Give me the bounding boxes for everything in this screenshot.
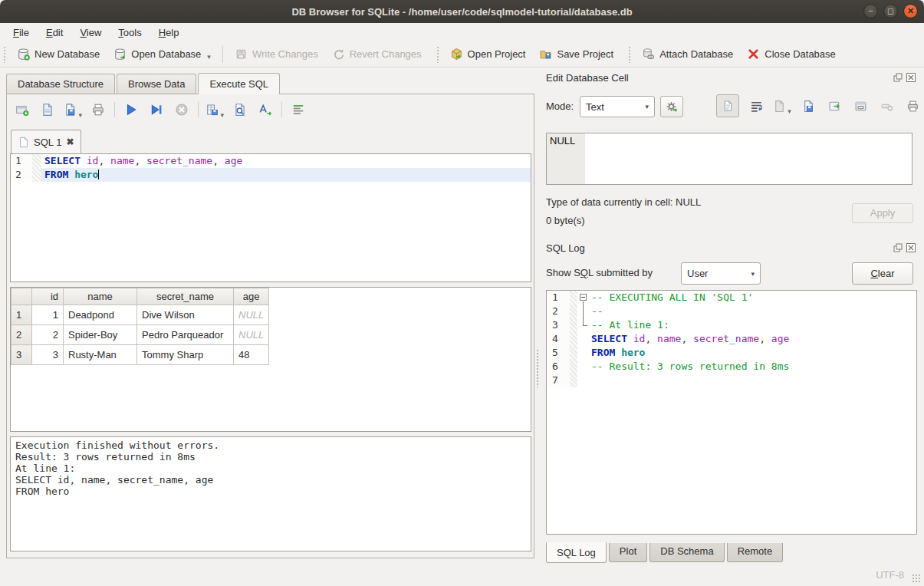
fold-column bbox=[577, 305, 590, 318]
sql-punctuation: , bbox=[212, 155, 225, 166]
new-sql-tab-button[interactable] bbox=[13, 100, 31, 119]
apply-button[interactable]: Apply bbox=[852, 203, 913, 223]
word-wrap-button[interactable] bbox=[747, 97, 765, 115]
tab-database-structure[interactable]: Database Structure bbox=[6, 74, 115, 94]
maximize-button[interactable]: ◻ bbox=[883, 4, 898, 18]
fold-margin bbox=[570, 305, 577, 318]
cell-name[interactable]: Spider-Boy bbox=[64, 325, 137, 345]
save-results-button[interactable]: ▾ bbox=[206, 100, 224, 119]
find-button[interactable] bbox=[231, 100, 249, 119]
menu-view[interactable]: View bbox=[71, 25, 110, 41]
open-database-dropdown-icon[interactable]: ▾ bbox=[207, 53, 211, 61]
cell-secret-name[interactable]: Pedro Parqueador bbox=[137, 325, 234, 345]
menu-file[interactable]: File bbox=[5, 25, 38, 41]
column-header-age[interactable]: age bbox=[234, 288, 269, 305]
revert-changes-button[interactable]: Revert Changes bbox=[325, 44, 429, 64]
export-cell-button[interactable] bbox=[799, 97, 817, 115]
close-sql-tab-icon[interactable]: ✖ bbox=[66, 137, 74, 147]
sql-identifier: name bbox=[657, 333, 681, 344]
tab-sql-log[interactable]: SQL Log bbox=[546, 542, 607, 563]
close-panel-icon[interactable] bbox=[906, 72, 916, 83]
row-header[interactable]: 2 bbox=[12, 325, 32, 345]
open-url-button[interactable] bbox=[851, 97, 870, 115]
tab-plot[interactable]: Plot bbox=[609, 543, 647, 562]
dock-splitter-handle[interactable] bbox=[536, 349, 539, 387]
cell-id[interactable]: 3 bbox=[32, 345, 64, 365]
save-sql-dropdown-icon[interactable]: ▾ bbox=[78, 111, 82, 119]
cell-age[interactable]: NULL bbox=[234, 305, 269, 325]
import-export-settings-button[interactable] bbox=[660, 96, 683, 117]
print-cell-button[interactable] bbox=[903, 97, 922, 115]
print-sql-button[interactable] bbox=[89, 100, 107, 119]
float-panel-icon[interactable] bbox=[893, 242, 903, 253]
cell-id[interactable]: 2 bbox=[32, 325, 64, 345]
row-header[interactable]: 1 bbox=[12, 305, 32, 325]
line-number: 6 bbox=[547, 360, 570, 374]
set-null-button[interactable] bbox=[877, 97, 896, 115]
cell-name[interactable]: Deadpond bbox=[64, 305, 137, 325]
save-sql-file-button[interactable]: ▾ bbox=[64, 100, 82, 119]
new-database-button[interactable]: New Database bbox=[10, 44, 107, 64]
mode-select[interactable]: Text ▾ bbox=[580, 96, 655, 117]
open-sql-file-button[interactable] bbox=[38, 100, 57, 119]
execute-all-button[interactable] bbox=[122, 100, 140, 119]
tab-db-schema[interactable]: DB Schema bbox=[649, 543, 724, 562]
close-button[interactable]: ✕ bbox=[903, 4, 918, 18]
cell-id[interactable]: 1 bbox=[32, 305, 64, 325]
stop-execution-button[interactable] bbox=[173, 100, 191, 119]
cell-secret-name[interactable]: Tommy Sharp bbox=[137, 345, 234, 365]
execute-current-line-button[interactable] bbox=[147, 100, 166, 119]
titlebar[interactable]: DB Browser for SQLite - /home/user/code/… bbox=[0, 0, 924, 23]
import-cell-button[interactable]: ▾ bbox=[773, 97, 791, 115]
cell-age[interactable]: 48 bbox=[234, 345, 269, 365]
sql-editor[interactable]: 1 SELECT id, name, secret_name, age 2 FR… bbox=[10, 153, 531, 282]
toolbar-drag-handle[interactable] bbox=[628, 46, 632, 63]
attach-database-button[interactable]: Attach Database bbox=[635, 44, 740, 64]
right-dock: Edit Database Cell Mode: Text ▾ ▾ bbox=[541, 69, 918, 568]
tab-execute-sql[interactable]: Execute SQL bbox=[198, 73, 280, 94]
dock-splitter[interactable] bbox=[541, 232, 918, 235]
cell-age[interactable]: NULL bbox=[234, 325, 269, 345]
column-header-name[interactable]: name bbox=[64, 288, 137, 305]
open-database-button[interactable]: Open Database ▾ bbox=[107, 44, 218, 64]
cell-name[interactable]: Rusty-Man bbox=[64, 345, 137, 365]
sql-document-tab[interactable]: SQL 1 ✖ bbox=[11, 130, 81, 153]
auto-format-button[interactable] bbox=[256, 100, 275, 119]
save-project-button[interactable]: Save Project bbox=[532, 44, 620, 64]
results-message-splitter[interactable] bbox=[7, 432, 534, 436]
minimize-button[interactable]: − bbox=[863, 4, 878, 18]
close-database-button[interactable]: Close Database bbox=[740, 44, 843, 64]
cell-secret-name[interactable]: Dive Wilson bbox=[137, 305, 234, 325]
column-header-secret-name[interactable]: secret_name bbox=[137, 288, 234, 305]
submitted-by-select[interactable]: User ▾ bbox=[681, 262, 761, 285]
row-header[interactable]: 3 bbox=[12, 345, 32, 365]
write-changes-button[interactable]: Write Changes bbox=[228, 44, 325, 64]
mode-label: Mode: bbox=[546, 100, 574, 112]
toolbar-drag-handle[interactable] bbox=[436, 46, 440, 63]
text-mode-button[interactable] bbox=[716, 94, 739, 117]
clear-log-button[interactable]: Clear bbox=[852, 262, 913, 285]
tab-browse-data[interactable]: Browse Data bbox=[117, 74, 196, 94]
open-project-button[interactable]: Open Project bbox=[443, 44, 533, 64]
menu-edit[interactable]: Edit bbox=[38, 25, 71, 41]
menu-help[interactable]: Help bbox=[150, 25, 188, 41]
open-in-external-button[interactable] bbox=[825, 97, 843, 115]
resize-grip-icon[interactable] bbox=[912, 574, 921, 583]
import-dropdown-icon[interactable]: ▾ bbox=[788, 107, 791, 115]
close-panel-icon[interactable] bbox=[906, 242, 916, 253]
tab-remote[interactable]: Remote bbox=[727, 543, 784, 562]
indent-button[interactable] bbox=[289, 100, 307, 119]
fold-collapse-icon[interactable] bbox=[580, 294, 587, 301]
menu-tools[interactable]: Tools bbox=[110, 25, 150, 41]
toolbar-drag-handle[interactable] bbox=[3, 46, 7, 63]
sql-log-view[interactable]: 1 -- EXECUTING ALL IN 'SQL 1' 2 -- 3 -- … bbox=[546, 290, 917, 535]
chevron-down-icon: ▾ bbox=[645, 103, 649, 110]
cell-editor-area[interactable] bbox=[585, 133, 912, 184]
log-comment: -- Result: 3 rows returned in 8ms bbox=[590, 360, 916, 374]
cell-editor[interactable]: NULL bbox=[546, 133, 912, 185]
float-panel-icon[interactable] bbox=[893, 72, 903, 83]
editor-results-splitter[interactable] bbox=[7, 282, 534, 286]
corner-header[interactable] bbox=[12, 288, 32, 305]
save-results-dropdown-icon[interactable]: ▾ bbox=[220, 111, 224, 119]
column-header-id[interactable]: id bbox=[32, 288, 64, 305]
